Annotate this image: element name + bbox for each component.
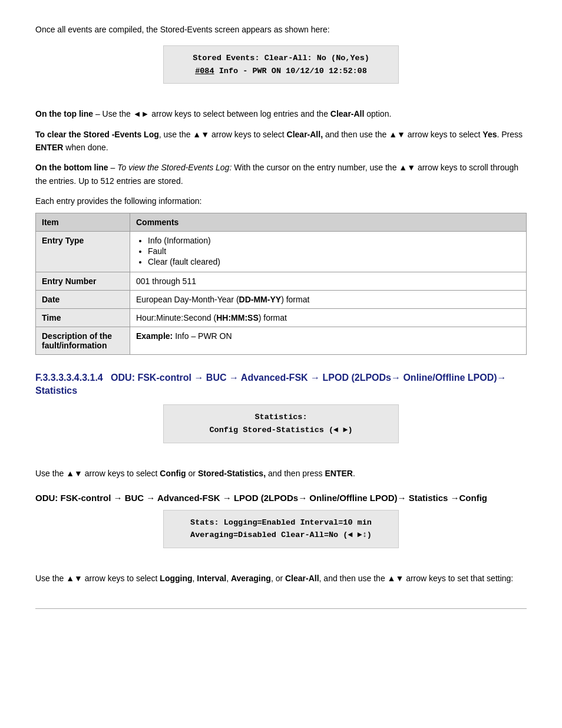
table-header-item: Item bbox=[36, 213, 130, 231]
clear-all-bold3: Clear-All bbox=[285, 574, 319, 583]
section-title: ODU: FSK-control → BUC → Advanced-FSK → … bbox=[35, 373, 507, 396]
stats-config-code-wrapper: Stats: Logging=Enabled Interval=10 min A… bbox=[35, 510, 527, 560]
intro-paragraph: Once all events are compiled, the Stored… bbox=[35, 24, 527, 36]
enter-bold: ENTER bbox=[35, 143, 63, 152]
table-row: Entry Number 001 through 511 bbox=[36, 272, 527, 290]
bottom-line-dash: – bbox=[108, 163, 118, 172]
stats-intro: Use the ▲▼ arrow keys to select bbox=[35, 469, 160, 478]
entry-type-comments: Info (Information) Fault Clear (fault cl… bbox=[130, 231, 527, 272]
stored-events-code-wrapper: Stored Events: Clear-All: No (No,Yes) #0… bbox=[35, 45, 527, 95]
clear-log-end: when done. bbox=[63, 143, 108, 152]
enter-bold2: ENTER bbox=[325, 469, 352, 478]
time-comments: Hour:Minute:Second (HH:MM:SS) format bbox=[130, 308, 527, 327]
clear-all-bold2: Clear-All, bbox=[287, 130, 323, 139]
sub-heading: ODU: FSK-control → BUC → Advanced-FSK → … bbox=[35, 492, 527, 504]
stats-instruction-para: Use the ▲▼ arrow keys to select Config o… bbox=[35, 467, 527, 480]
clear-all-bold: Clear-All bbox=[330, 109, 365, 118]
entry-number-label: Entry Number bbox=[36, 272, 130, 290]
yes-bold: Yes bbox=[482, 130, 497, 139]
stats-or: or bbox=[186, 469, 198, 478]
entry-type-label: Entry Type bbox=[36, 231, 130, 272]
section-heading: F.3.3.3.3.4.3.1.4 ODU: FSK-control → BUC… bbox=[35, 371, 527, 398]
time-label: Time bbox=[36, 308, 130, 327]
config-or: , or bbox=[271, 574, 285, 583]
entry-info-table: Item Comments Entry Type Info (Informati… bbox=[35, 213, 527, 355]
stats-config-code-block: Stats: Logging=Enabled Interval=10 min A… bbox=[163, 510, 399, 548]
stats-config-line-2: Averaging=Disabled Clear-All=No (◄ ►↕) bbox=[176, 529, 386, 542]
clear-log-desc3: . Press bbox=[497, 130, 523, 139]
config-comma2: , bbox=[226, 574, 231, 583]
statistics-code-block: Statistics: Config Stored-Statistics (◄ … bbox=[163, 404, 399, 443]
date-comments: European Day-Month-Year (DD-MM-YY) forma… bbox=[130, 290, 527, 308]
table-header-comments: Comments bbox=[130, 213, 527, 231]
bottom-line-italic: To view the Stored-Events Log: bbox=[117, 163, 232, 172]
averaging-bold: Averaging bbox=[231, 574, 271, 583]
config-intro: Use the ▲▼ arrow keys to select bbox=[35, 574, 160, 583]
entry-number-comments: 001 through 511 bbox=[130, 272, 527, 290]
config-end: , and then use the ▲▼ arrow keys to set … bbox=[319, 574, 514, 583]
table-row: Date European Day-Month-Year (DD-MM-YY) … bbox=[36, 290, 527, 308]
stored-events-code-block: Stored Events: Clear-All: No (No,Yes) #0… bbox=[163, 45, 399, 84]
top-line-para: On the top line – Use the ◄► arrow keys … bbox=[35, 107, 527, 120]
table-row: Time Hour:Minute:Second (HH:MM:SS) forma… bbox=[36, 308, 527, 327]
clear-log-para: To clear the Stored -Events Log, use the… bbox=[35, 128, 527, 154]
top-line-desc: – Use the ◄► arrow keys to select betwee… bbox=[93, 109, 330, 118]
table-row: Description of the fault/information Exa… bbox=[36, 327, 527, 354]
config-bold: Config bbox=[160, 469, 186, 478]
table-row: Entry Type Info (Information) Fault Clea… bbox=[36, 231, 527, 272]
bottom-line-para: On the bottom line – To view the Stored-… bbox=[35, 161, 527, 187]
clear-log-desc: , use the ▲▼ arrow keys to select bbox=[159, 130, 287, 139]
date-label: Date bbox=[36, 290, 130, 308]
stats-end: and then press bbox=[266, 469, 325, 478]
clear-log-desc2: and then use the ▲▼ arrow keys to select bbox=[323, 130, 482, 139]
each-entry-text: Each entry provides the following inform… bbox=[35, 195, 527, 207]
entry-type-fault: Fault bbox=[148, 246, 520, 256]
entry-type-clear: Clear (fault cleared) bbox=[148, 257, 520, 266]
interval-bold: Interval bbox=[197, 574, 226, 583]
top-line-end: option. bbox=[364, 109, 391, 118]
top-line-label: On the top line bbox=[35, 109, 93, 118]
stored-events-line-2: #084 Info - PWR ON 10/12/10 12:52:08 bbox=[176, 65, 386, 78]
logging-bold: Logging bbox=[160, 574, 192, 583]
config-instruction-para: Use the ▲▼ arrow keys to select Logging,… bbox=[35, 572, 527, 585]
section-number: F.3.3.3.3.4.3.1.4 bbox=[35, 373, 103, 383]
description-label: Description of the fault/information bbox=[36, 327, 130, 354]
bottom-line-label: On the bottom line bbox=[35, 163, 108, 172]
stored-stats-bold: Stored-Statistics, bbox=[198, 469, 266, 478]
stored-events-line-1: Stored Events: Clear-All: No (No,Yes) bbox=[176, 52, 386, 65]
statistics-line-1: Statistics: bbox=[176, 411, 386, 424]
clear-log-label: To clear the Stored -Events Log bbox=[35, 130, 159, 139]
stats-config-line-1: Stats: Logging=Enabled Interval=10 min bbox=[176, 516, 386, 529]
statistics-code-wrapper: Statistics: Config Stored-Statistics (◄ … bbox=[35, 404, 527, 454]
description-comments: Example: Info – PWR ON bbox=[130, 327, 527, 354]
stats-period: . bbox=[353, 469, 355, 478]
statistics-line-2: Config Stored-Statistics (◄ ►) bbox=[176, 424, 386, 437]
entry-type-info: Info (Information) bbox=[148, 236, 520, 245]
page-divider bbox=[35, 608, 527, 609]
